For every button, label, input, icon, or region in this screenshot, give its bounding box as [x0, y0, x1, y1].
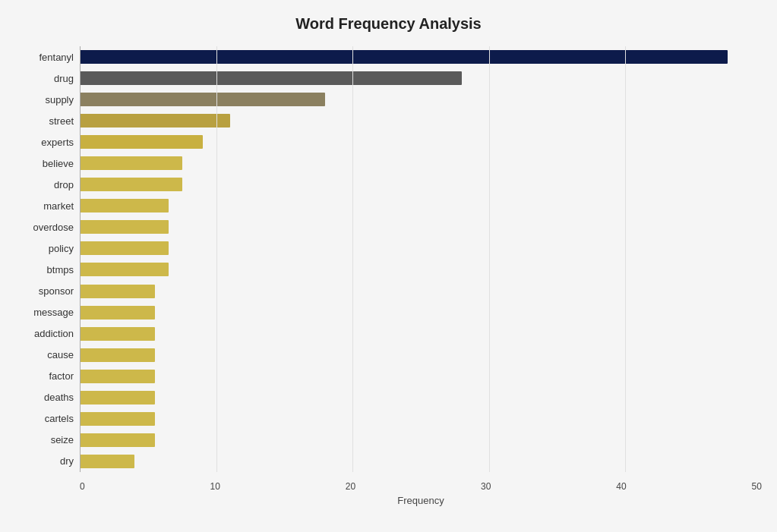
- y-label: deaths: [44, 392, 74, 402]
- y-label: experts: [41, 137, 74, 147]
- bar-row: [80, 134, 762, 150]
- bar-row: [80, 261, 762, 278]
- bar-row: [80, 326, 762, 342]
- y-label: cause: [47, 350, 74, 360]
- bar-row: [80, 70, 762, 87]
- x-tick-label: 0: [80, 481, 85, 492]
- bar-row: [80, 197, 762, 214]
- bar-row: [80, 240, 762, 257]
- bar: [80, 93, 325, 106]
- bar: [80, 114, 230, 127]
- bar: [80, 327, 155, 341]
- y-label: addiction: [34, 329, 74, 338]
- grid-line: [489, 46, 490, 472]
- bar: [80, 306, 155, 320]
- bar: [80, 178, 182, 191]
- bar-row: [80, 304, 762, 321]
- bar: [80, 370, 155, 383]
- x-axis-title: Frequency: [80, 495, 762, 506]
- bar-row: [80, 368, 762, 385]
- bar-row: [80, 112, 762, 129]
- y-label: fentanyl: [39, 52, 74, 62]
- bar: [80, 455, 134, 468]
- y-label: cartels: [45, 414, 74, 423]
- y-label: btmps: [47, 265, 74, 275]
- x-tick-label: 30: [481, 481, 491, 492]
- x-tick-label: 50: [752, 481, 762, 492]
- x-tick-label: 40: [616, 481, 626, 492]
- bar: [80, 348, 155, 362]
- bar: [80, 50, 728, 64]
- bar: [80, 241, 169, 255]
- bar-row: [80, 432, 762, 449]
- y-label: dry: [60, 456, 74, 466]
- x-axis-labels: 01020304050: [80, 477, 762, 492]
- bar: [80, 263, 169, 276]
- bar-row: [80, 389, 762, 406]
- x-tick-label: 20: [346, 481, 355, 492]
- bar-row: [80, 219, 762, 235]
- y-label: drug: [54, 74, 74, 83]
- y-label: market: [43, 201, 74, 211]
- bar-row: [80, 91, 762, 108]
- y-labels: fentanyldrugsupplystreetexpertsbelievedr…: [15, 46, 80, 472]
- bar-row: [80, 453, 762, 470]
- bar: [80, 135, 203, 149]
- chart-container: Word Frequency Analysis fentanyldrugsupp…: [0, 0, 777, 532]
- y-label: overdose: [33, 222, 74, 232]
- bar: [80, 391, 155, 405]
- y-label: factor: [49, 371, 74, 381]
- y-label: policy: [49, 244, 74, 253]
- grid-lines: [80, 46, 762, 472]
- bar-row: [80, 155, 762, 172]
- y-label: message: [33, 307, 74, 317]
- y-label: supply: [45, 95, 74, 105]
- y-label: sponsor: [39, 286, 74, 296]
- bar-row: [80, 176, 762, 193]
- bar: [80, 285, 155, 298]
- bar: [80, 433, 155, 447]
- grid-line: [216, 46, 217, 472]
- bar-row: [80, 347, 762, 364]
- x-tick-label: 10: [210, 481, 220, 492]
- bar: [80, 220, 169, 234]
- y-label: street: [49, 116, 74, 126]
- bar-row: [80, 411, 762, 427]
- y-label: drop: [54, 180, 74, 190]
- bar: [80, 71, 462, 85]
- bar: [80, 199, 169, 212]
- bar: [80, 412, 155, 426]
- chart-title: Word Frequency Analysis: [15, 15, 762, 33]
- chart-area: fentanyldrugsupplystreetexpertsbelievedr…: [15, 46, 762, 472]
- bars-section: [80, 46, 762, 472]
- bar-row: [80, 49, 762, 65]
- y-label: believe: [43, 159, 74, 168]
- grid-line: [352, 46, 353, 472]
- y-label: seize: [51, 435, 74, 445]
- grid-line: [625, 46, 626, 472]
- bar: [80, 156, 182, 170]
- bar-row: [80, 283, 762, 300]
